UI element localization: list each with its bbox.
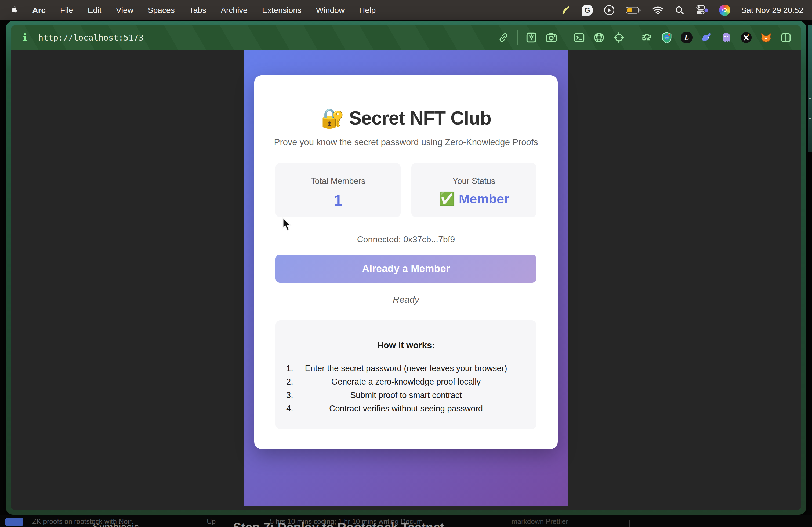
total-members-label: Total Members bbox=[276, 176, 401, 186]
globe-icon[interactable] bbox=[593, 31, 605, 44]
browser-viewport: 🔐 Secret NFT Club Prove you know the sec… bbox=[11, 50, 801, 510]
metamask-icon[interactable] bbox=[760, 31, 772, 44]
color-wheel-icon[interactable] bbox=[719, 4, 730, 16]
address-bar[interactable]: http://localhost:5173 bbox=[38, 33, 143, 42]
page-gradient-background: 🔐 Secret NFT Club Prove you know the sec… bbox=[244, 50, 568, 506]
stats-row: Total Members 1 Your Status ✅ Member bbox=[276, 163, 536, 217]
menu-bar: Arc File Edit View Spaces Tabs Archive E… bbox=[0, 0, 812, 20]
extensions-puzzle-icon[interactable] bbox=[641, 31, 653, 44]
menu-item-archive[interactable]: Archive bbox=[221, 6, 248, 15]
background-window-tick bbox=[809, 98, 811, 99]
target-icon[interactable] bbox=[613, 31, 625, 44]
rabby-wallet-icon[interactable] bbox=[700, 31, 713, 44]
loom-icon[interactable]: L bbox=[680, 31, 693, 44]
browser-toolbar: i http://localhost:5173 bbox=[11, 25, 801, 50]
link-icon[interactable] bbox=[497, 31, 510, 44]
terminal-icon[interactable] bbox=[573, 31, 585, 44]
background-windows-strip: ZK proofs on rootstock with Noir Up 5 hr… bbox=[0, 515, 812, 527]
camera-icon[interactable] bbox=[545, 31, 557, 44]
background-tab-up: Up bbox=[207, 517, 216, 526]
control-center-icon[interactable] bbox=[695, 4, 708, 16]
menu-item-file[interactable]: File bbox=[60, 6, 73, 15]
toolbar-divider bbox=[633, 30, 633, 45]
x-app-icon[interactable] bbox=[740, 31, 752, 44]
background-window-tick bbox=[809, 118, 811, 119]
split-view-icon[interactable] bbox=[780, 31, 792, 44]
mouse-cursor bbox=[281, 217, 293, 235]
menu-item-view[interactable]: View bbox=[116, 6, 133, 15]
menu-item-window[interactable]: Window bbox=[316, 6, 345, 15]
already-member-button[interactable]: Already a Member bbox=[276, 255, 536, 283]
menu-item-edit[interactable]: Edit bbox=[88, 6, 102, 15]
toolbar-divider bbox=[517, 30, 518, 45]
background-tab-chip bbox=[5, 518, 23, 526]
wifi-icon[interactable] bbox=[652, 4, 664, 16]
status-text: Ready bbox=[254, 295, 558, 305]
how-it-works-title: How it works: bbox=[276, 340, 536, 350]
toolbar-divider bbox=[565, 30, 566, 45]
search-icon[interactable] bbox=[675, 4, 685, 16]
menu-item-spaces[interactable]: Spaces bbox=[148, 6, 175, 15]
privacy-shield-icon[interactable] bbox=[661, 31, 673, 44]
grammarly-icon[interactable]: G bbox=[582, 4, 593, 16]
secret-nft-club-card: 🔐 Secret NFT Club Prove you know the sec… bbox=[254, 75, 558, 449]
total-members-value: 1 bbox=[276, 191, 401, 210]
how-it-works-steps: 1. Enter the secret password (never leav… bbox=[276, 362, 536, 416]
your-status-label: Your Status bbox=[411, 176, 536, 186]
step-3: 3. Submit proof to smart contract bbox=[276, 389, 536, 402]
your-status-box: Your Status ✅ Member bbox=[411, 163, 536, 217]
apple-icon[interactable] bbox=[10, 4, 18, 16]
picture-in-picture-icon[interactable] bbox=[525, 31, 538, 44]
background-window-edge bbox=[808, 26, 812, 152]
step-1: 1. Enter the secret password (never leav… bbox=[276, 362, 536, 375]
sparkle-icon[interactable] bbox=[561, 4, 571, 16]
how-it-works-box: How it works: 1. Enter the secret passwo… bbox=[276, 320, 536, 429]
menu-clock[interactable]: Sat Nov 29 20:52 bbox=[741, 6, 803, 15]
background-divider bbox=[56, 520, 56, 527]
menu-item-help[interactable]: Help bbox=[359, 6, 376, 15]
page-subtitle: Prove you know the secret password using… bbox=[254, 137, 558, 147]
menu-item-extensions[interactable]: Extensions bbox=[262, 6, 302, 15]
background-symbiosis-label: Symbiosis bbox=[93, 522, 139, 527]
your-status-value: ✅ Member bbox=[411, 191, 536, 207]
total-members-box: Total Members 1 bbox=[276, 163, 401, 217]
desktop: Arc File Edit View Spaces Tabs Archive E… bbox=[0, 0, 812, 527]
step-4: 4. Contract verifies without seeing pass… bbox=[276, 402, 536, 416]
connected-address: Connected: 0x37cb...7bf9 bbox=[254, 235, 558, 244]
play-circle-icon[interactable] bbox=[604, 4, 615, 16]
background-step-heading: Step 7: Deploy to Rootstock Testnet bbox=[233, 520, 444, 527]
ghostery-icon[interactable] bbox=[720, 31, 733, 44]
background-divider bbox=[629, 520, 630, 527]
menu-item-tabs[interactable]: Tabs bbox=[189, 6, 206, 15]
page-title: 🔐 Secret NFT Club bbox=[254, 75, 558, 129]
arc-browser-window: i http://localhost:5173 bbox=[6, 21, 806, 515]
step-2: 2. Generate a zero-knowledge proof local… bbox=[276, 375, 536, 389]
battery-icon[interactable] bbox=[626, 4, 641, 16]
site-info-icon[interactable]: i bbox=[22, 32, 27, 43]
menu-item-arc[interactable]: Arc bbox=[32, 6, 46, 15]
background-statusbar: markdown Prettier bbox=[511, 517, 568, 526]
